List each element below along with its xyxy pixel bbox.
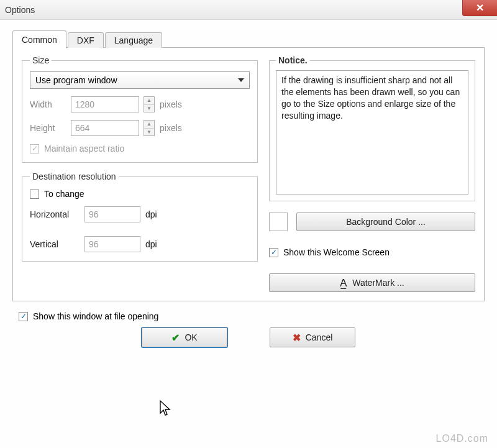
close-icon: ✕ <box>476 2 484 14</box>
maintain-aspect-label: Maintain aspect ratio <box>44 144 124 153</box>
tab-panel-common: Size Use program window Width ▲ ▼ <box>12 47 485 301</box>
tabs-row: Common DXF Language <box>12 30 485 48</box>
notice-text: If the drawing is insufficient sharp and… <box>276 70 468 194</box>
destination-legend: Destination resolution <box>30 171 119 181</box>
x-icon: ✖ <box>293 332 301 344</box>
font-icon: A̲ <box>340 277 347 290</box>
show-at-open-label: Show this window at file opening <box>33 311 158 321</box>
background-color-label: Background Color ... <box>346 217 426 227</box>
arrow-down-icon[interactable]: ▼ <box>144 105 154 112</box>
height-input[interactable] <box>71 120 139 136</box>
size-mode-value: Use program window <box>35 75 117 85</box>
watermark-label: WaterMark ... <box>352 278 404 288</box>
height-unit: pixels <box>160 123 182 133</box>
width-unit: pixels <box>160 99 182 109</box>
client-area: Common DXF Language Size Use program win… <box>0 20 497 448</box>
show-welcome-checkbox[interactable]: ✓ <box>269 248 278 257</box>
show-welcome-label: Show this Welcome Screen <box>283 247 390 257</box>
destination-group: Destination resolution To change Horizon… <box>22 171 258 262</box>
watermark-button[interactable]: A̲ WaterMark ... <box>269 273 475 292</box>
horizontal-unit: dpi <box>145 209 157 219</box>
size-legend: Size <box>30 55 52 65</box>
close-button[interactable]: ✕ <box>462 0 497 16</box>
horizontal-label: Horizontal <box>30 209 80 219</box>
bgcolor-swatch[interactable] <box>269 213 288 231</box>
show-at-open-checkbox[interactable]: ✓ <box>19 312 28 321</box>
tab-dxf[interactable]: DXF <box>68 32 104 48</box>
cancel-label: Cancel <box>306 332 333 342</box>
ok-button[interactable]: ✔ OK <box>142 327 227 347</box>
notice-legend: Notice. <box>276 55 310 65</box>
cancel-button[interactable]: ✖ Cancel <box>270 327 355 347</box>
chevron-down-icon <box>238 78 244 82</box>
width-label: Width <box>30 99 66 109</box>
tab-language[interactable]: Language <box>105 32 162 48</box>
notice-group: Notice. If the drawing is insufficient s… <box>269 55 475 201</box>
maintain-aspect-checkbox: ✓ <box>30 144 39 153</box>
vertical-unit: dpi <box>145 239 157 249</box>
size-mode-select[interactable]: Use program window <box>30 71 250 89</box>
width-input[interactable] <box>71 96 139 112</box>
titlebar: Options ✕ <box>0 0 497 20</box>
tab-common[interactable]: Common <box>12 30 66 48</box>
branding-watermark: LO4D.com <box>436 433 488 444</box>
to-change-label: To change <box>44 189 84 199</box>
width-spinner[interactable]: ▲ ▼ <box>144 96 155 112</box>
options-window: Options ✕ Common DXF Language Size Use p… <box>0 0 497 448</box>
vertical-label: Vertical <box>30 239 80 249</box>
cursor-icon <box>159 400 173 417</box>
arrow-up-icon[interactable]: ▲ <box>144 97 154 105</box>
horizontal-input[interactable] <box>84 206 140 222</box>
ok-label: OK <box>185 332 197 342</box>
size-group: Size Use program window Width ▲ ▼ <box>22 55 258 163</box>
height-spinner[interactable]: ▲ ▼ <box>144 120 155 136</box>
check-icon: ✔ <box>171 332 180 344</box>
arrow-down-icon[interactable]: ▼ <box>144 129 154 136</box>
window-title: Options <box>5 5 35 15</box>
to-change-checkbox[interactable] <box>30 190 39 199</box>
arrow-up-icon[interactable]: ▲ <box>144 121 154 129</box>
background-color-button[interactable]: Background Color ... <box>296 213 475 231</box>
vertical-input[interactable] <box>84 236 140 252</box>
height-label: Height <box>30 123 66 133</box>
